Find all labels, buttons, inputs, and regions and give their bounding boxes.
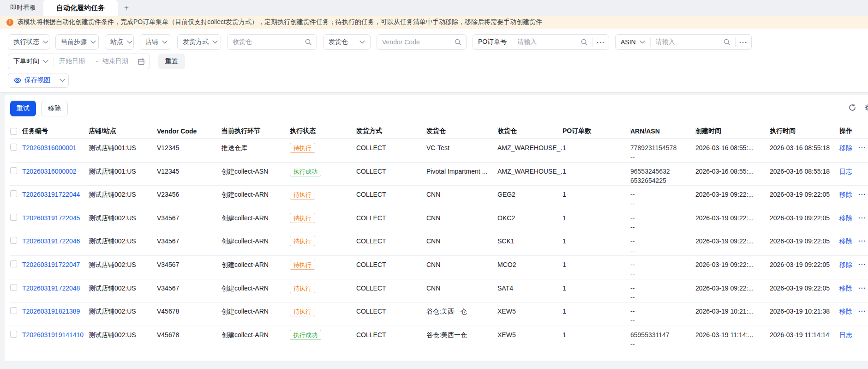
remove-action-link[interactable]: 移除 (839, 260, 852, 269)
task-number-link[interactable]: T20260316000002 (22, 168, 77, 175)
table-row: T20260316000001测试店铺001:USV12345推送仓库待执行CO… (10, 139, 868, 163)
filter-site-dropdown[interactable]: 站点 (105, 34, 134, 50)
remove-button[interactable]: 移除 (41, 101, 68, 116)
task-number-link[interactable]: T202603191722044 (22, 191, 80, 198)
more-actions-icon[interactable]: ··· (858, 260, 866, 269)
row-checkbox-cell (10, 190, 22, 200)
chevron-down-icon (90, 40, 96, 44)
reset-button[interactable]: 重置 (158, 54, 185, 69)
ship-warehouse-cell: CNN (426, 190, 497, 199)
tab-dashboard-label: 即时看板 (10, 4, 36, 12)
refresh-icon[interactable] (848, 103, 856, 112)
tab-automation-tasks[interactable]: 自动化履约任务 (43, 0, 118, 16)
task-number-link[interactable]: T202603191722048 (22, 284, 80, 292)
receive-warehouse-cell: OKC2 (497, 213, 563, 223)
remove-action-link[interactable]: 移除 (839, 236, 852, 246)
po-number-input[interactable]: 请输入 (512, 35, 593, 49)
remove-action-link[interactable]: 移除 (839, 190, 852, 199)
page-content: 重试 移除 任务编号店铺/站点Vendor Code当前执行环节执行状态发货方式… (0, 92, 868, 369)
exec-status-cell: 执行成功 (290, 330, 356, 340)
log-action-link[interactable]: 日志 (839, 330, 852, 339)
asn-value: -- (630, 316, 692, 325)
remove-action-link[interactable]: 移除 (839, 307, 852, 316)
ship-warehouse-cell: VC-Test (426, 143, 497, 152)
exec-status-cell: 待执行 (290, 143, 356, 153)
add-tab-button[interactable]: + (118, 0, 135, 16)
filter-receive-warehouse-input[interactable]: 收货仓 (227, 34, 317, 50)
task-number-link[interactable]: T202603191722045 (22, 214, 80, 222)
remove-action-link[interactable]: 移除 (839, 213, 852, 223)
remove-action-link[interactable]: 移除 (839, 284, 852, 293)
filter-shop-dropdown[interactable]: 店铺 (140, 34, 171, 50)
executed-time-cell: 2026-03-16 08:55:18 (770, 143, 839, 152)
more-actions-icon[interactable]: ··· (858, 236, 866, 246)
task-number-link[interactable]: T202603191821389 (22, 308, 80, 315)
ship-method-cell: COLLECT (356, 190, 426, 199)
asin-type-dropdown[interactable]: ASIN (616, 35, 650, 49)
tab-dashboard[interactable]: 即时看板 (3, 0, 43, 16)
row-checkbox[interactable] (10, 260, 17, 267)
shop-site-cell: 测试店铺002:US (89, 260, 157, 269)
table-body: T20260316000001测试店铺001:USV12345推送仓库待执行CO… (10, 139, 868, 349)
asin-more-button[interactable]: ··· (736, 35, 751, 49)
shop-site-cell: 测试店铺002:US (89, 284, 157, 293)
more-actions-icon[interactable]: ··· (858, 143, 866, 152)
arn-asn-cell: ---- (630, 236, 695, 255)
task-number-cell: T202603191722046 (22, 236, 89, 246)
retry-button[interactable]: 重试 (10, 101, 36, 116)
filter-asin-group: ASIN 请输入 ··· (615, 34, 752, 50)
log-action-link[interactable]: 日志 (839, 167, 852, 176)
po-more-button[interactable]: ··· (593, 35, 609, 49)
column-header-task-number: 任务编号 (22, 123, 89, 139)
table-toolbar: 重试 移除 (10, 101, 868, 116)
save-view-main[interactable]: 保存视图 (8, 73, 56, 87)
row-checkbox-cell (10, 143, 22, 153)
more-actions-icon[interactable]: ··· (858, 307, 866, 316)
row-checkbox[interactable] (10, 237, 17, 244)
task-number-cell: T202603191722047 (22, 260, 89, 269)
date-range-input[interactable]: 开始日期 - 结束日期 (54, 54, 150, 69)
more-actions-icon[interactable]: ··· (858, 284, 866, 293)
asin-input[interactable]: 请输入 (651, 35, 735, 49)
column-header-ship-method: 发货方式 (356, 123, 426, 139)
time-field-dropdown[interactable]: 下单时间 (8, 54, 54, 69)
task-number-link[interactable]: T20260316000001 (22, 144, 77, 151)
row-checkbox[interactable] (10, 167, 17, 174)
more-actions-icon[interactable]: ··· (858, 190, 866, 199)
remove-action-link[interactable]: 移除 (839, 143, 852, 152)
po-count-cell: 1 (563, 260, 630, 269)
arn-asn-cell: 7789231154578-- (630, 143, 695, 162)
column-divider (89, 128, 89, 134)
warning-icon: ! (6, 19, 13, 26)
po-count-cell: 1 (563, 307, 630, 316)
executed-time-cell: 2026-03-16 08:55:18 (770, 167, 839, 176)
settings-gear-icon[interactable] (864, 103, 868, 112)
row-checkbox[interactable] (10, 307, 17, 314)
ship-method-cell: COLLECT (356, 307, 426, 316)
row-checkbox[interactable] (10, 190, 17, 197)
table-header-row: 任务编号店铺/站点Vendor Code当前执行环节执行状态发货方式发货仓收货仓… (10, 123, 868, 139)
receive-warehouse-cell: GEG2 (497, 190, 563, 199)
select-all-checkbox[interactable] (10, 128, 17, 135)
row-checkbox[interactable] (10, 144, 17, 151)
filter-exec-status-dropdown[interactable]: 执行状态 (8, 34, 49, 50)
filter-ship-method-dropdown[interactable]: 发货方式 (177, 34, 221, 50)
chevron-down-icon (43, 59, 48, 64)
more-actions-icon[interactable]: ··· (858, 213, 866, 223)
filter-vendor-code-input[interactable]: Vendor Code (377, 34, 467, 50)
chevron-down-icon (60, 78, 65, 83)
filter-ship-warehouse-dropdown[interactable]: 发货仓 (323, 34, 371, 50)
task-number-link[interactable]: T202603191722046 (22, 237, 80, 245)
vendor-code-cell: V34567 (157, 213, 221, 223)
column-divider (157, 128, 157, 134)
arn-value: -- (630, 284, 692, 293)
row-checkbox[interactable] (10, 284, 17, 291)
task-number-link[interactable]: T202603191722047 (22, 261, 80, 268)
row-checkbox[interactable] (10, 214, 17, 221)
executed-time-cell: 2026-03-19 09:22:05 (770, 190, 839, 199)
task-number-link[interactable]: T2026031919141410 (22, 331, 84, 339)
filter-current-step-dropdown[interactable]: 当前步骤 (55, 34, 99, 50)
save-view-caret[interactable] (56, 73, 68, 87)
exec-status-badge: 待执行 (290, 190, 315, 200)
row-checkbox[interactable] (10, 331, 17, 338)
